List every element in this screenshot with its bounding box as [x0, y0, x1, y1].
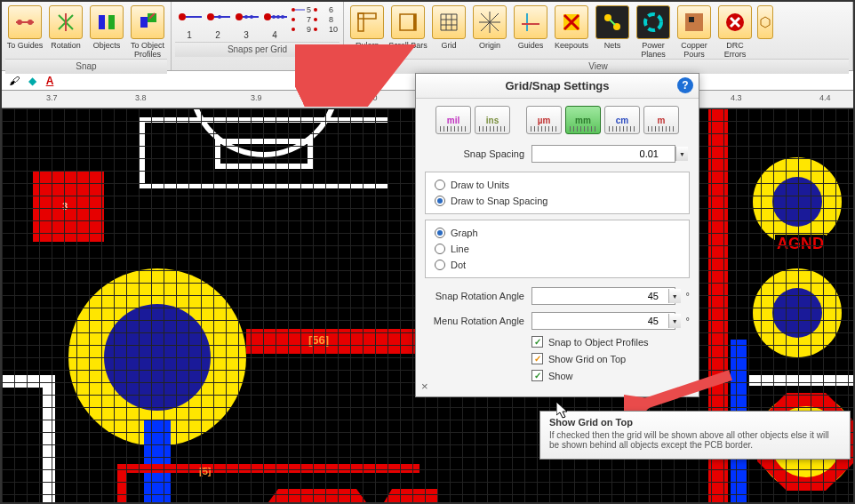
svg-point-21	[292, 8, 295, 12]
copper-pours-button[interactable]: Copper Pours	[675, 5, 714, 59]
nets-icon	[595, 5, 629, 39]
origin-icon	[473, 5, 507, 39]
svg-rect-31	[413, 14, 416, 30]
snap-to-profiles-checkbox[interactable]: Snap to Object Profiles	[416, 333, 699, 350]
snap-1-button[interactable]	[177, 5, 202, 28]
svg-point-38	[645, 14, 661, 30]
objects-icon	[90, 5, 124, 39]
origin-button[interactable]: Origin	[470, 5, 509, 59]
grid-icon	[432, 5, 466, 39]
snap-7-button[interactable]	[291, 15, 305, 24]
snap-2-button[interactable]	[205, 5, 230, 28]
grid-snap-settings-panel: Grid/Snap Settings ? mil ins µm mm cm m …	[415, 73, 699, 397]
drc-errors-icon	[718, 5, 752, 39]
draw-mode-group: Draw to Units Draw to Snap Spacing	[425, 172, 690, 214]
close-icon[interactable]: ×	[421, 380, 428, 393]
nets-button[interactable]: Nets	[593, 5, 632, 59]
rotation-button[interactable]: Rotation	[46, 5, 85, 59]
rulers-icon	[350, 5, 384, 39]
snap-spacing-input[interactable]	[531, 145, 675, 163]
keepouts-button[interactable]: Keepouts	[552, 5, 591, 59]
svg-point-27	[314, 28, 317, 31]
svg-point-7	[179, 13, 186, 20]
menu-rotation-label: Menu Rotation Angle	[425, 316, 531, 326]
copper-pours-icon	[677, 5, 711, 39]
snap-9-button[interactable]	[291, 25, 305, 34]
object-profiles-icon	[131, 5, 164, 39]
unit-ins-button[interactable]: ins	[475, 106, 510, 134]
chevron-down-icon[interactable]: ▼	[675, 147, 688, 161]
svg-line-42	[304, 53, 397, 98]
svg-rect-3	[99, 15, 105, 29]
chevron-down-icon[interactable]: ▼	[668, 289, 681, 303]
to-object-profiles-button[interactable]: To Object Profiles	[128, 5, 167, 59]
draw-to-units-radio[interactable]: Draw to Units	[435, 180, 680, 190]
grid-style-group: Graph Line Dot	[425, 220, 690, 278]
show-grid-on-top-checkbox[interactable]: Show Grid on Top	[416, 350, 699, 367]
svg-rect-40	[689, 17, 694, 22]
grid-graph-radio[interactable]: Graph	[435, 228, 680, 238]
brush-icon[interactable]: 🖌	[7, 74, 21, 88]
objects-button[interactable]: Objects	[87, 5, 126, 59]
chevron-down-icon[interactable]: ▼	[668, 314, 681, 328]
svg-point-12	[236, 13, 243, 20]
unit-mm-button[interactable]: mm	[565, 106, 601, 134]
snap-6-button[interactable]	[313, 5, 327, 14]
text-icon[interactable]: A	[43, 74, 57, 88]
grid-dot-radio[interactable]: Dot	[435, 260, 680, 270]
help-icon[interactable]: ?	[677, 77, 693, 93]
guides-icon	[514, 5, 547, 39]
snap-5-button[interactable]	[291, 5, 305, 14]
arrow-annotation-1	[295, 44, 428, 107]
snap-group-label: Snap	[5, 59, 167, 74]
power-planes-button[interactable]: Power Planes	[634, 5, 673, 59]
svg-rect-29	[358, 13, 364, 31]
panel-title: Grid/Snap Settings ?	[416, 74, 699, 99]
snap-3-button[interactable]	[234, 5, 259, 28]
tooltip: Show Grid on Top If checked then the gri…	[539, 411, 851, 460]
snap-spacing-label: Snap Spacing	[425, 148, 531, 159]
svg-point-2	[28, 20, 33, 25]
rotation-icon	[49, 5, 83, 39]
cube-icon	[757, 5, 773, 39]
svg-line-37	[610, 20, 615, 25]
svg-point-23	[314, 8, 317, 12]
svg-point-24	[292, 18, 295, 21]
menu-rotation-input[interactable]	[531, 312, 675, 330]
drc-errors-button[interactable]: DRC Errors	[715, 5, 755, 59]
unit-um-button[interactable]: µm	[526, 106, 562, 134]
svg-line-43	[637, 375, 731, 406]
view-more-button[interactable]	[756, 5, 774, 39]
unit-mil-button[interactable]: mil	[435, 106, 471, 134]
tooltip-body: If checked then the grid will be shown a…	[549, 430, 841, 450]
snap-10-button[interactable]	[313, 25, 327, 34]
unit-selector: mil ins µm mm cm m	[416, 99, 699, 141]
grid-line-radio[interactable]: Line	[435, 244, 680, 254]
guides-button[interactable]: Guides	[511, 5, 550, 59]
snap-4-button[interactable]	[262, 5, 287, 28]
mouse-cursor	[556, 402, 571, 422]
svg-point-26	[292, 28, 295, 31]
svg-point-9	[207, 13, 214, 20]
keepouts-icon	[555, 5, 588, 39]
svg-rect-28	[358, 13, 376, 19]
svg-rect-6	[148, 13, 156, 22]
snap-8-button[interactable]	[313, 15, 327, 24]
svg-point-1	[17, 20, 22, 25]
unit-m-button[interactable]: m	[643, 106, 679, 134]
svg-rect-4	[108, 15, 115, 29]
snap-rotation-input[interactable]	[531, 287, 675, 305]
unit-cm-button[interactable]: cm	[604, 106, 640, 134]
svg-point-25	[314, 18, 317, 21]
grid-button[interactable]: Grid	[429, 5, 468, 59]
scroll-bars-icon	[391, 5, 425, 39]
tooltip-title: Show Grid on Top	[549, 417, 841, 428]
svg-point-16	[264, 13, 271, 20]
draw-to-snap-radio[interactable]: Draw to Snap Spacing	[435, 196, 680, 206]
fill-icon[interactable]: ◆	[25, 74, 39, 88]
snap-guides-icon	[8, 5, 42, 39]
svg-rect-5	[140, 17, 148, 28]
tool-group-snap: To Guides Rotation Objects To Object Pro…	[2, 2, 172, 70]
snap-rotation-label: Snap Rotation Angle	[425, 291, 531, 301]
to-guides-button[interactable]: To Guides	[5, 5, 44, 59]
